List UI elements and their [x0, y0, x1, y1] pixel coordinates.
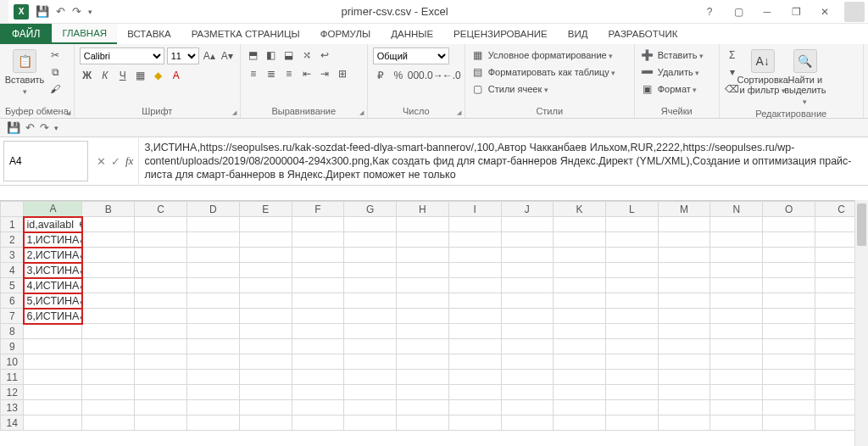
- cell[interactable]: [135, 324, 187, 339]
- cell[interactable]: [448, 400, 501, 415]
- cell[interactable]: [24, 400, 82, 415]
- cell[interactable]: [292, 385, 344, 400]
- cell[interactable]: [239, 278, 292, 293]
- cell[interactable]: [82, 400, 135, 415]
- format-cells-button[interactable]: ▣Формат: [640, 81, 698, 97]
- cell[interactable]: [658, 354, 710, 370]
- tab-разработчик[interactable]: РАЗРАБОТЧИК: [598, 24, 687, 44]
- name-box[interactable]: [3, 141, 88, 181]
- cell[interactable]: [82, 248, 135, 263]
- cell[interactable]: [344, 370, 397, 385]
- cell[interactable]: [658, 385, 710, 400]
- cell[interactable]: [710, 232, 763, 248]
- cell[interactable]: [344, 263, 397, 278]
- formula-text[interactable]: 3,ИСТИНА,https://seopulses.ru/kak-sozdat…: [138, 137, 868, 185]
- cell[interactable]: [448, 370, 501, 385]
- qat-undo-icon[interactable]: ↶: [56, 5, 65, 18]
- cell[interactable]: [239, 232, 292, 248]
- window-close-icon[interactable]: ✕: [812, 3, 837, 20]
- cell[interactable]: [397, 370, 449, 385]
- cell[interactable]: [292, 278, 344, 293]
- cell[interactable]: [135, 263, 187, 278]
- cell[interactable]: [554, 400, 606, 415]
- cell[interactable]: [554, 324, 606, 339]
- cell[interactable]: [710, 415, 763, 431]
- cell[interactable]: [658, 263, 710, 278]
- tab-вставка[interactable]: ВСТАВКА: [117, 24, 181, 44]
- cell[interactable]: [554, 278, 606, 293]
- conditional-formatting-button[interactable]: ▦Условное форматирование: [470, 47, 613, 63]
- cell[interactable]: [82, 232, 135, 248]
- cell[interactable]: [554, 217, 606, 232]
- ribbon-collapse-icon[interactable]: ▢: [726, 3, 751, 20]
- cell[interactable]: [501, 354, 554, 370]
- column-header[interactable]: C: [135, 202, 187, 217]
- cell[interactable]: [605, 263, 658, 278]
- find-select-button[interactable]: 🔍 Найти и выделить: [786, 47, 825, 107]
- font-color-icon[interactable]: A: [169, 68, 184, 83]
- tab-формулы[interactable]: ФОРМУЛЫ: [310, 24, 381, 44]
- cell[interactable]: [24, 324, 82, 339]
- fx-icon[interactable]: fx: [125, 154, 133, 168]
- cell[interactable]: [82, 339, 135, 354]
- cell[interactable]: [397, 339, 449, 354]
- cell[interactable]: [82, 385, 135, 400]
- cell[interactable]: [501, 278, 554, 293]
- cell[interactable]: [292, 415, 344, 431]
- cell[interactable]: [186, 248, 239, 263]
- cell[interactable]: [605, 415, 658, 431]
- cell[interactable]: [135, 400, 187, 415]
- cell[interactable]: [239, 354, 292, 370]
- vertical-scrollbar[interactable]: [854, 200, 868, 446]
- cell[interactable]: [448, 415, 501, 431]
- cell[interactable]: [292, 263, 344, 278]
- row-header[interactable]: 13: [1, 400, 24, 415]
- cell[interactable]: [448, 263, 501, 278]
- column-header[interactable]: H: [397, 202, 449, 217]
- cell[interactable]: [710, 217, 763, 232]
- increase-decimal-icon[interactable]: .0→: [426, 68, 442, 83]
- cell[interactable]: [292, 309, 344, 324]
- cell[interactable]: [292, 293, 344, 309]
- cell[interactable]: [239, 248, 292, 263]
- cell[interactable]: [658, 339, 710, 354]
- row-header[interactable]: 6: [1, 293, 24, 309]
- cell[interactable]: [344, 232, 397, 248]
- underline-button[interactable]: Ч: [115, 68, 131, 83]
- row-header[interactable]: 4: [1, 263, 24, 278]
- cell[interactable]: [186, 324, 239, 339]
- increase-font-icon[interactable]: A▴: [202, 48, 217, 64]
- align-right-icon[interactable]: ≡: [281, 66, 297, 81]
- cell[interactable]: [344, 354, 397, 370]
- cell[interactable]: [397, 263, 449, 278]
- worksheet-grid[interactable]: ABCDEFGHIJKLMNOC 1id,available,url,price…: [0, 200, 868, 446]
- cell[interactable]: [397, 324, 449, 339]
- cell[interactable]: [763, 370, 815, 385]
- column-header[interactable]: L: [605, 202, 658, 217]
- cell-styles-button[interactable]: ▢Стили ячеек: [470, 81, 548, 97]
- window-restore-icon[interactable]: ❐: [783, 3, 809, 20]
- cell[interactable]: [658, 415, 710, 431]
- cell[interactable]: [554, 415, 606, 431]
- cell[interactable]: [186, 278, 239, 293]
- column-header[interactable]: I: [448, 202, 501, 217]
- format-painter-icon[interactable]: 🖌: [47, 81, 63, 97]
- cell[interactable]: [239, 293, 292, 309]
- cell[interactable]: [239, 324, 292, 339]
- cell[interactable]: [605, 370, 658, 385]
- cell[interactable]: [344, 248, 397, 263]
- cell[interactable]: [501, 293, 554, 309]
- cell[interactable]: [344, 217, 397, 232]
- cell[interactable]: [239, 400, 292, 415]
- tab-главная[interactable]: ГЛАВНАЯ: [52, 24, 117, 44]
- cell[interactable]: [710, 293, 763, 309]
- cell[interactable]: [186, 385, 239, 400]
- cell[interactable]: [501, 385, 554, 400]
- cell[interactable]: [186, 339, 239, 354]
- cell[interactable]: [135, 248, 187, 263]
- cell[interactable]: [397, 293, 449, 309]
- comma-icon[interactable]: 000: [409, 68, 424, 83]
- cell[interactable]: [763, 217, 815, 232]
- tab-рецензирование[interactable]: РЕЦЕНЗИРОВАНИЕ: [443, 24, 558, 44]
- cell[interactable]: [658, 217, 710, 232]
